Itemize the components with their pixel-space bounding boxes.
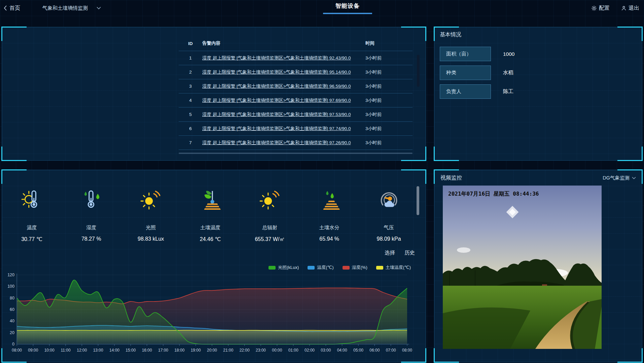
sensor-value: 98.83 kLux: [121, 236, 181, 242]
alarm-row-time: 3小时前: [365, 126, 413, 132]
history-button[interactable]: 历史: [404, 249, 415, 256]
config-button[interactable]: 配置: [591, 5, 610, 12]
pressure-gauge-icon: [359, 189, 419, 212]
legend-item-湿度(%)[interactable]: 湿度(%): [343, 265, 367, 271]
chevron-down-icon: [632, 177, 636, 179]
region-select-value: 气象和土壤墒情监测: [42, 5, 88, 11]
alarm-table-scrollbar[interactable]: [417, 55, 420, 87]
alarm-row-content: 湿度 超上限报警 [气象和土壤墒情监测区>气象和土壤墒情监测] 97.53/90…: [202, 112, 365, 118]
info-label: 负责人: [440, 84, 491, 99]
alarm-content-link[interactable]: 湿度 超上限报警 [气象和土壤墒情监测区>气象和土壤墒情监测] 97.74/90…: [202, 126, 351, 131]
sensor-土壤水分: 土壤水分65.94 %: [299, 189, 359, 243]
x-tick-label: 22:00: [240, 348, 250, 353]
camera-select[interactable]: DG气象监测: [603, 175, 636, 181]
tab-label: 智能设备: [323, 2, 372, 10]
sensor-name: 总辐射: [240, 225, 299, 231]
info-item-crop: 种类 水稻: [440, 66, 514, 80]
x-tick-label: 16:00: [142, 348, 152, 353]
y-tick-label: 100: [7, 284, 14, 289]
sensor-name: 光照: [121, 225, 181, 231]
alarm-row-time: 3小时前: [365, 55, 413, 61]
basic-info-title: 基本情况: [440, 31, 461, 38]
y-tick-label: 120: [7, 273, 14, 277]
x-tick-label: 20:00: [207, 348, 217, 353]
sensor-name: 湿度: [62, 225, 121, 231]
alarm-row-time: 3小时前: [365, 69, 413, 75]
config-label: 配置: [599, 5, 610, 12]
dashboard-page: { "topbar": { "home": "首页", "region": "气…: [0, 0, 644, 363]
x-tick-label: 00:00: [272, 348, 282, 353]
col-content: 告警内容: [202, 40, 365, 46]
back-home-button[interactable]: 首页: [3, 5, 20, 12]
select-button[interactable]: 选择: [385, 249, 395, 256]
alarm-row-time: 3小时前: [365, 97, 413, 104]
info-label: 面积（亩）: [440, 47, 491, 61]
panel-corner-accent: [617, 348, 643, 363]
video-title: 视频监控: [440, 174, 462, 182]
info-item-area: 面积（亩） 1000: [440, 47, 514, 61]
legend-label: 温度(℃): [317, 265, 333, 271]
y-tick-label: 20: [10, 330, 14, 335]
alarm-row-id: 7: [179, 140, 202, 145]
alarm-row-content: 湿度 超上限报警 [气象和土壤墒情监测区>气象和土壤墒情监测] 97.26/90…: [202, 140, 365, 146]
alarm-row-id: 2: [179, 70, 202, 75]
sensor-name: 温度: [2, 225, 62, 231]
legend-item-光照(kLux)[interactable]: 光照(kLux): [269, 265, 299, 271]
alarm-content-link[interactable]: 湿度 超上限报警 [气象和土壤墒情监测区>气象和土壤墒情监测] 92.43/90…: [202, 55, 351, 61]
y-tick-label: 0: [12, 342, 14, 347]
alarm-content-link[interactable]: 湿度 超上限报警 [气象和土壤墒情监测区>气象和土壤墒情监测] 95.14/90…: [202, 70, 351, 75]
x-tick-label: 11:00: [61, 348, 70, 353]
sensor-value: 30.77 ℃: [2, 236, 62, 242]
info-value: 水稻: [503, 69, 513, 76]
alarm-row-content: 湿度 超上限报警 [气象和土壤墒情监测区>气象和土壤墒情监测] 97.69/90…: [202, 97, 365, 104]
video-timestamp: 2021年07月16日 星期五 08:44:36: [448, 191, 539, 197]
sensor-panel-scrollbar[interactable]: [417, 186, 419, 215]
soil-moisture-icon: [299, 189, 359, 212]
col-time: 时间: [365, 40, 413, 46]
sensor-value: 655.37 W/㎡: [240, 236, 299, 243]
legend-item-温度(℃)[interactable]: 温度(℃): [308, 265, 333, 271]
x-tick-label: 12:00: [77, 348, 87, 353]
legend-item-土壤温度(℃)[interactable]: 土壤温度(℃): [376, 265, 411, 271]
tab-smart-devices[interactable]: 智能设备: [323, 2, 372, 14]
alarm-table-row: 6湿度 超上限报警 [气象和土壤墒情监测区>气象和土壤墒情监测] 97.74/9…: [179, 121, 413, 135]
video-panel: 视频监控 DG气象监测: [434, 170, 642, 362]
panel-corner-accent: [434, 348, 459, 363]
col-id: ID: [179, 41, 202, 46]
sensor-温度: 温度30.77 ℃: [2, 189, 62, 243]
alarm-content-link[interactable]: 湿度 超上限报警 [气象和土壤墒情监测区>气象和土壤墒情监测] 96.59/90…: [202, 84, 351, 89]
alarm-content-link[interactable]: 湿度 超上限报警 [气象和土壤墒情监测区>气象和土壤墒情监测] 97.26/90…: [202, 140, 351, 145]
alarm-row-content: 湿度 超上限报警 [气象和土壤墒情监测区>气象和土壤墒情监测] 95.14/90…: [202, 69, 365, 75]
alarm-row-content: 湿度 超上限报警 [气象和土壤墒情监测区>气象和土壤墒情监测] 96.59/90…: [202, 83, 365, 89]
region-select[interactable]: 气象和土壤墒情监测: [42, 5, 101, 11]
topbar: 首页 气象和土壤墒情监测 智能设备: [0, 0, 644, 16]
y-tick-label: 80: [10, 296, 14, 300]
alarm-table-row: 5湿度 超上限报警 [气象和土壤墒情监测区>气象和土壤墒情监测] 97.53/9…: [179, 107, 413, 121]
panel-corner-accent: [617, 27, 643, 41]
alarm-content-link[interactable]: 湿度 超上限报警 [气象和土壤墒情监测区>气象和土壤墒情监测] 97.53/90…: [202, 112, 351, 117]
sensor-总辐射: 总辐射655.37 W/㎡: [240, 189, 299, 243]
panel-corner-accent: [1, 147, 27, 161]
alarm-row-time: 3小时前: [365, 140, 413, 146]
x-tick-label: 18:00: [174, 348, 184, 353]
x-tick-label: 21:00: [223, 348, 233, 353]
alarm-table-row: 3湿度 超上限报警 [气象和土壤墒情监测区>气象和土壤墒情监测] 96.59/9…: [179, 79, 413, 93]
alarm-row-id: 4: [179, 98, 202, 103]
panel-corner-accent: [617, 147, 643, 161]
legend-marker-icon: [308, 266, 315, 270]
sensor-光照: 光照98.83 kLux: [121, 189, 181, 243]
x-tick-label: 04:00: [337, 348, 347, 353]
alarm-row-time: 3小时前: [365, 83, 413, 89]
info-value: 陈工: [503, 88, 513, 95]
alarm-content-link[interactable]: 湿度 超上限报警 [气象和土壤墒情监测区>气象和土壤墒情监测] 97.69/90…: [202, 98, 351, 103]
x-tick-label: 09:00: [28, 348, 38, 353]
alarm-row-content: 湿度 超上限报警 [气象和土壤墒情监测区>气象和土壤墒情监测] 97.74/90…: [202, 126, 365, 132]
alarm-table-hscrollbar[interactable]: [179, 153, 413, 154]
sensor-土壤温度: 土壤温度24.46 ℃: [181, 189, 240, 243]
logout-button[interactable]: 退出: [621, 5, 639, 12]
chart-legend: 光照(kLux)温度(℃)湿度(%)土壤温度(℃): [269, 265, 411, 271]
alarm-table-row: 7湿度 超上限报警 [气象和土壤墒情监测区>气象和土壤墒情监测] 97.26/9…: [179, 135, 413, 150]
x-tick-label: 10:00: [44, 348, 55, 353]
info-label: 种类: [440, 66, 491, 80]
tab-underline: [323, 13, 372, 14]
